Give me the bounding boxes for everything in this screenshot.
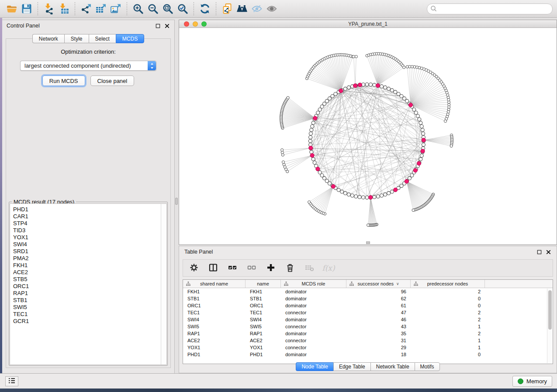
- network-node[interactable]: [310, 150, 313, 154]
- open-file-button[interactable]: [4, 2, 19, 16]
- criterion-dropdown[interactable]: largest connected component (undirected): [20, 61, 156, 71]
- zoom-out-button[interactable]: [145, 2, 160, 16]
- mcds-result-item[interactable]: STB5: [13, 276, 166, 283]
- close-panel-button[interactable]: [164, 23, 170, 29]
- mcds-hub-node[interactable]: [310, 153, 314, 157]
- network-node[interactable]: [347, 86, 350, 89]
- refresh-layout-button[interactable]: [197, 2, 212, 16]
- show-all-button[interactable]: [264, 2, 279, 16]
- network-node[interactable]: [397, 92, 400, 96]
- network-leaf-node[interactable]: [281, 154, 284, 156]
- add-column-button[interactable]: [264, 261, 277, 275]
- network-leaf-node[interactable]: [281, 148, 284, 151]
- network-node[interactable]: [376, 195, 380, 198]
- network-node[interactable]: [309, 132, 312, 135]
- network-leaf-node[interactable]: [355, 55, 357, 58]
- network-leaf-node[interactable]: [450, 144, 453, 147]
- network-node[interactable]: [311, 158, 315, 161]
- network-leaf-node[interactable]: [403, 66, 405, 69]
- network-node[interactable]: [325, 99, 329, 103]
- mcds-hub-node[interactable]: [417, 162, 421, 165]
- network-node[interactable]: [328, 97, 331, 100]
- mcds-hub-node[interactable]: [309, 146, 313, 150]
- network-node[interactable]: [394, 90, 397, 94]
- network-node[interactable]: [418, 117, 421, 121]
- mcds-hub-node[interactable]: [331, 184, 335, 188]
- network-node[interactable]: [343, 192, 347, 195]
- close-panel-button-mcds[interactable]: Close panel: [90, 76, 135, 86]
- mcds-hub-node[interactable]: [376, 83, 380, 87]
- mcds-hub-node[interactable]: [353, 84, 357, 88]
- table-row[interactable]: FKH1FKH1dominator962: [183, 288, 553, 295]
- network-node[interactable]: [408, 176, 412, 180]
- mcds-result-item[interactable]: SRD1: [13, 248, 166, 255]
- network-node[interactable]: [419, 121, 422, 124]
- mcds-result-item[interactable]: SWI5: [13, 304, 166, 311]
- network-node[interactable]: [354, 195, 358, 198]
- network-node[interactable]: [373, 83, 376, 87]
- column-header-name[interactable]: name: [246, 280, 281, 288]
- memory-button[interactable]: Memory: [512, 376, 552, 387]
- node-table[interactable]: shared namenameMCDS rolesuccessor nodes∨…: [183, 279, 553, 364]
- network-node[interactable]: [420, 154, 423, 157]
- network-node[interactable]: [362, 196, 365, 199]
- network-node[interactable]: [328, 182, 331, 185]
- mcds-result-item[interactable]: CAR1: [13, 213, 166, 220]
- network-node[interactable]: [369, 83, 372, 86]
- zoom-in-button[interactable]: [131, 2, 145, 16]
- network-node[interactable]: [419, 158, 422, 161]
- table-scrollbar[interactable]: [547, 289, 552, 363]
- splitter-grip[interactable]: [175, 198, 178, 205]
- mcds-result-item[interactable]: ACE2: [13, 269, 166, 276]
- network-node[interactable]: [400, 184, 403, 188]
- network-node[interactable]: [422, 143, 425, 146]
- network-node[interactable]: [316, 111, 320, 114]
- network-node[interactable]: [422, 132, 425, 135]
- mcds-hub-node[interactable]: [316, 167, 320, 171]
- table-row[interactable]: ORC1ORC1dominator610: [183, 302, 553, 309]
- table-row[interactable]: SWI4SWI4dominator462: [183, 316, 553, 323]
- hide-selected-button[interactable]: [249, 2, 264, 16]
- mcds-result-item[interactable]: STP4: [13, 220, 166, 227]
- network-node[interactable]: [387, 192, 391, 195]
- mcds-hub-node[interactable]: [313, 116, 317, 120]
- mcds-result-item[interactable]: TID3: [13, 227, 166, 234]
- settings-button[interactable]: [187, 261, 201, 275]
- mcds-result-item[interactable]: STB1: [13, 297, 166, 304]
- mcds-hub-node[interactable]: [394, 188, 398, 192]
- export-table-button[interactable]: [93, 2, 108, 16]
- network-leaf-node[interactable]: [444, 120, 446, 122]
- mcds-hub-node[interactable]: [422, 138, 426, 142]
- mcds-hub-node[interactable]: [421, 149, 425, 153]
- mcds-hub-node[interactable]: [408, 103, 412, 107]
- tab-select[interactable]: Select: [89, 34, 116, 43]
- table-row[interactable]: TEC1TEC1connector472: [183, 309, 553, 316]
- table-row[interactable]: YOX1YOX1connector291: [183, 344, 553, 351]
- mcds-result-item[interactable]: FKH1: [13, 262, 166, 269]
- network-node[interactable]: [384, 86, 387, 89]
- network-node[interactable]: [400, 94, 403, 98]
- column-header-shared-name[interactable]: shared name: [183, 280, 246, 288]
- float-panel-button[interactable]: [155, 23, 161, 29]
- network-node[interactable]: [340, 190, 344, 193]
- network-node[interactable]: [420, 124, 423, 128]
- network-leaf-node[interactable]: [281, 151, 284, 154]
- float-table-panel-button[interactable]: [536, 249, 542, 255]
- mcds-hub-node[interactable]: [358, 83, 362, 87]
- network-leaf-node[interactable]: [282, 161, 284, 163]
- search-input[interactable]: [427, 3, 553, 14]
- status-menu-button[interactable]: [5, 376, 18, 386]
- deselect-all-button[interactable]: [245, 261, 258, 275]
- network-node[interactable]: [311, 124, 314, 128]
- network-canvas[interactable]: [179, 28, 557, 244]
- network-node[interactable]: [308, 139, 312, 143]
- export-image-button[interactable]: [108, 2, 123, 16]
- tab-mcds[interactable]: MCDS: [116, 34, 144, 43]
- network-node[interactable]: [350, 194, 354, 197]
- mcds-hub-node[interactable]: [369, 196, 373, 199]
- tab-node-table[interactable]: Node Table: [296, 362, 333, 371]
- network-node[interactable]: [380, 194, 384, 197]
- network-leaf-node[interactable]: [352, 55, 355, 58]
- network-node[interactable]: [318, 108, 322, 111]
- network-node[interactable]: [318, 171, 322, 174]
